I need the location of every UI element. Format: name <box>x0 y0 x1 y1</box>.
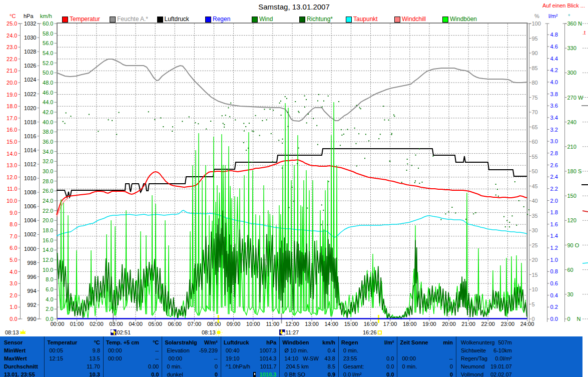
svg-text:1026: 1026 <box>24 63 36 69</box>
svg-text:20:00: 20:00 <box>442 321 456 327</box>
svg-text:4.0: 4.0 <box>10 269 17 275</box>
svg-text:20.0: 20.0 <box>7 80 17 86</box>
svg-text:50.0: 50.0 <box>43 70 53 76</box>
svg-text:46.0: 46.0 <box>43 90 53 96</box>
svg-text:30: 30 <box>567 291 573 297</box>
svg-text:270 W: 270 W <box>567 95 583 101</box>
svg-text:.t: .t <box>582 30 585 36</box>
svg-text:52.0: 52.0 <box>43 60 53 66</box>
svg-text:18.0: 18.0 <box>7 103 17 109</box>
svg-text:2.8: 2.8 <box>550 150 558 156</box>
svg-text:21:00: 21:00 <box>461 321 475 327</box>
svg-text:8.0: 8.0 <box>46 276 53 282</box>
svg-text:3.8: 3.8 <box>550 91 558 97</box>
svg-text:3.0: 3.0 <box>10 280 17 286</box>
svg-text:24:00: 24:00 <box>520 321 534 327</box>
svg-text:998: 998 <box>27 260 36 266</box>
svg-text:16:26: 16:26 <box>363 329 377 335</box>
svg-text:1008: 1008 <box>24 189 36 195</box>
svg-text:56.0: 56.0 <box>43 40 53 46</box>
svg-text:2.2: 2.2 <box>550 186 558 192</box>
svg-text:18.0: 18.0 <box>43 227 53 233</box>
svg-text:1.4: 1.4 <box>550 233 558 239</box>
svg-text:0.6: 0.6 <box>550 280 558 286</box>
svg-text:34.0: 34.0 <box>43 149 53 155</box>
svg-text:11.0: 11.0 <box>7 186 18 192</box>
svg-text:8.0: 8.0 <box>10 221 17 227</box>
svg-text:0.0: 0.0 <box>550 316 558 322</box>
svg-text:13.0: 13.0 <box>7 162 17 168</box>
svg-text:4.0: 4.0 <box>550 79 558 85</box>
svg-text:1014: 1014 <box>24 147 36 153</box>
svg-text:14:00: 14:00 <box>324 321 338 327</box>
svg-text:1028: 1028 <box>24 49 36 55</box>
svg-text:25.0: 25.0 <box>7 21 17 27</box>
svg-text:0.0: 0.0 <box>10 316 17 322</box>
svg-text:1018: 1018 <box>24 119 36 125</box>
svg-text:24.0: 24.0 <box>7 33 17 39</box>
svg-text:19:00: 19:00 <box>422 321 436 327</box>
svg-text:08:13: 08:13 <box>202 329 216 335</box>
svg-text:38.0: 38.0 <box>43 129 53 135</box>
svg-text:2.6: 2.6 <box>550 162 558 168</box>
svg-text:22:00: 22:00 <box>481 321 495 327</box>
svg-text:3.2: 3.2 <box>550 127 558 133</box>
svg-text:24.0: 24.0 <box>43 198 53 204</box>
svg-text:300: 300 <box>567 70 576 76</box>
svg-text:1006: 1006 <box>24 203 36 209</box>
svg-text:09:00: 09:00 <box>227 321 241 327</box>
svg-text:23:00: 23:00 <box>501 321 515 327</box>
svg-text:35: 35 <box>532 213 538 219</box>
svg-text:70: 70 <box>532 109 538 115</box>
svg-text:58.0: 58.0 <box>43 31 53 37</box>
svg-text:80: 80 <box>532 80 538 86</box>
svg-text:330: 330 <box>567 45 576 51</box>
svg-text:11:00: 11:00 <box>266 321 280 327</box>
svg-text:90: 90 <box>532 50 538 56</box>
svg-text:54.0: 54.0 <box>43 50 53 56</box>
svg-text:25: 25 <box>532 242 538 248</box>
svg-text:0.4: 0.4 <box>550 292 558 298</box>
svg-text:42.0: 42.0 <box>43 109 53 115</box>
svg-text:15: 15 <box>532 272 538 278</box>
svg-text:1032: 1032 <box>24 21 36 27</box>
svg-text:4.2: 4.2 <box>550 67 558 73</box>
svg-text:2.0: 2.0 <box>550 198 558 204</box>
svg-text:14.0: 14.0 <box>43 247 53 253</box>
svg-text:1002: 1002 <box>24 231 36 237</box>
svg-text:N: N <box>577 316 581 322</box>
svg-text:03:00: 03:00 <box>109 321 123 327</box>
svg-text:6.0: 6.0 <box>10 245 17 251</box>
svg-text:17.0: 17.0 <box>7 115 17 121</box>
svg-text:45: 45 <box>532 183 538 189</box>
svg-text:60: 60 <box>532 139 538 145</box>
svg-text:9.0: 9.0 <box>10 210 17 216</box>
svg-text:4.6: 4.6 <box>550 44 558 50</box>
svg-text:21.0: 21.0 <box>7 68 17 74</box>
svg-text:1.2: 1.2 <box>550 245 558 251</box>
svg-text:150: 150 <box>567 193 576 199</box>
svg-text:19.0: 19.0 <box>7 92 17 98</box>
svg-text:10.0: 10.0 <box>43 267 53 273</box>
svg-text:1012: 1012 <box>24 161 36 167</box>
svg-text:12.0: 12.0 <box>43 257 53 263</box>
svg-text:12:00: 12:00 <box>285 321 299 327</box>
svg-text:50: 50 <box>532 168 538 174</box>
svg-text:12.0: 12.0 <box>7 174 17 180</box>
svg-text:16.0: 16.0 <box>43 237 53 243</box>
svg-text:100: 100 <box>532 21 541 27</box>
svg-text:994: 994 <box>27 288 36 294</box>
svg-text:180 S: 180 S <box>567 168 582 174</box>
svg-text:48.0: 48.0 <box>43 80 53 86</box>
svg-text:15.0: 15.0 <box>7 139 17 145</box>
svg-text:40: 40 <box>532 198 538 204</box>
svg-text:3.6: 3.6 <box>550 103 558 109</box>
svg-text:2.0: 2.0 <box>10 292 17 298</box>
svg-text:0.2: 0.2 <box>550 304 558 310</box>
svg-text:04:00: 04:00 <box>129 321 143 327</box>
svg-text:26.0: 26.0 <box>43 188 53 194</box>
svg-text:18:00: 18:00 <box>403 321 417 327</box>
svg-text:06:00: 06:00 <box>168 321 182 327</box>
svg-text:1022: 1022 <box>24 91 36 97</box>
svg-text:22.0: 22.0 <box>43 208 53 214</box>
